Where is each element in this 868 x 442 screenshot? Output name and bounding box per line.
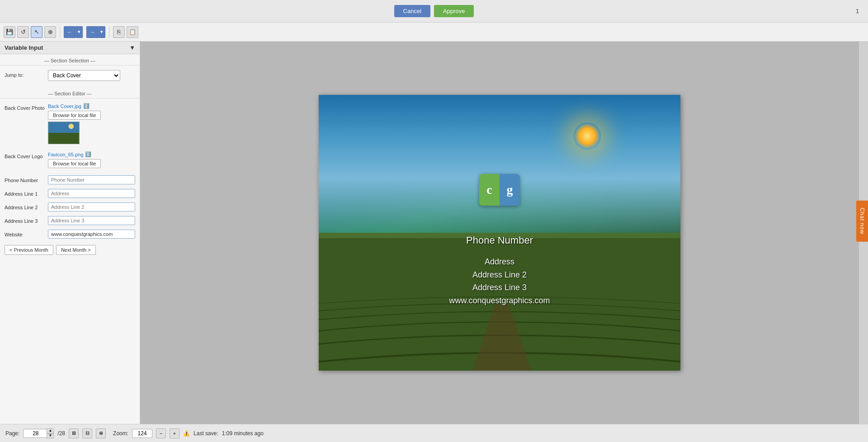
last-save-time: 1:09 minutes ago xyxy=(222,430,264,437)
page-input[interactable] xyxy=(23,429,48,438)
logo-left: c xyxy=(479,174,500,206)
back-cover-photo-browse-button[interactable]: Browse for local file xyxy=(48,111,101,120)
address1-row: Address Line 1 xyxy=(0,187,140,200)
website-content xyxy=(48,230,135,239)
svg-rect-1 xyxy=(48,122,79,133)
fit-page-button[interactable]: ⊞ xyxy=(69,428,79,438)
jump-to-content: Back Cover Front Cover Inside xyxy=(48,70,135,81)
preview-address-line2: Address Line 2 xyxy=(319,268,680,282)
back-cover-logo-label: Back Cover Logo xyxy=(5,151,45,159)
back-cover-logo-row: Back Cover Logo Favicon_65.png ℹ️ Browse… xyxy=(0,150,140,170)
page-input-group: ▲ ▼ xyxy=(23,428,54,438)
sun xyxy=(574,122,601,150)
address1-input[interactable] xyxy=(48,189,135,198)
website-input[interactable] xyxy=(48,230,135,239)
back-cover-logo-info-icon[interactable]: ℹ️ xyxy=(85,151,91,157)
undo-group: ← ▾ xyxy=(64,26,83,38)
left-panel: Variable Input ▼ — Section Selection — J… xyxy=(0,42,140,424)
next-month-button[interactable]: Next Month > xyxy=(56,245,96,255)
total-pages: /28 xyxy=(57,430,65,437)
separator-1 xyxy=(60,27,60,38)
top-bar: Cancel Approve 1 xyxy=(0,0,868,23)
page-spin-down[interactable]: ▼ xyxy=(47,433,54,438)
separator-2 xyxy=(109,27,109,38)
back-cover-logo-content: Favicon_65.png ℹ️ Browse for local file xyxy=(48,151,135,168)
logo-box: c g xyxy=(479,174,520,206)
back-cover-photo-filename[interactable]: Back Cover.jpg xyxy=(48,103,81,109)
approve-button[interactable]: Approve xyxy=(434,5,474,17)
undo-button[interactable]: ← xyxy=(64,26,75,38)
page-number: 1 xyxy=(856,8,859,14)
zoom-in-button[interactable]: + xyxy=(170,428,179,438)
phone-content xyxy=(48,175,135,184)
logo-right: g xyxy=(500,174,520,206)
back-cover-logo-filename[interactable]: Favicon_65.png xyxy=(48,152,83,157)
preview-address: Address Address Line 2 Address Line 3 ww… xyxy=(319,255,680,307)
toolbar: 💾 ↺ ↖ ⊕ ← ▾ → ▾ ⎘ 📋 xyxy=(0,23,868,42)
back-cover-photo-content: Back Cover.jpg ℹ️ Browse for local file xyxy=(48,103,135,144)
section-editor-title: — Section Editor — xyxy=(0,87,140,99)
logo-left-letter: c xyxy=(486,183,492,197)
section-selection-title: — Section Selection — xyxy=(0,54,140,66)
zoom-label: Zoom: xyxy=(113,430,128,437)
paste-button[interactable]: 📋 xyxy=(127,26,138,38)
warning-icon: ⚠️ xyxy=(183,430,190,437)
website-label: Website xyxy=(5,230,45,237)
save-button[interactable]: 💾 xyxy=(4,26,15,38)
panel-header: Variable Input ▼ xyxy=(0,42,140,54)
page-label: Page: xyxy=(5,430,19,437)
panel-collapse-icon[interactable]: ▼ xyxy=(129,44,135,51)
back-cover-photo-row: Back Cover Photo Back Cover.jpg ℹ️ Brows… xyxy=(0,101,140,146)
phone-input[interactable] xyxy=(48,175,135,184)
phone-label: Phone Number xyxy=(5,175,45,183)
cursor-button[interactable]: ↖ xyxy=(31,26,42,38)
address3-row: Address Line 3 xyxy=(0,214,140,227)
address3-content xyxy=(48,216,135,225)
undo-dropdown-button[interactable]: ▾ xyxy=(75,26,83,38)
fit-width-button[interactable]: ⊟ xyxy=(82,428,92,438)
back-cover-logo-browse-button[interactable]: Browse for local file xyxy=(48,159,101,168)
preview-address-line1: Address xyxy=(319,255,680,268)
jump-to-select[interactable]: Back Cover Front Cover Inside xyxy=(48,70,120,81)
redo-button[interactable]: → xyxy=(86,26,98,38)
last-save-label: Last save: xyxy=(193,430,218,437)
address2-row: Address Line 2 xyxy=(0,201,140,213)
actual-size-button[interactable]: ⊕ xyxy=(96,428,106,438)
address1-label: Address Line 1 xyxy=(5,189,45,197)
preview-text: Phone Number Address Address Line 2 Addr… xyxy=(319,235,680,307)
page-spin-up[interactable]: ▲ xyxy=(47,428,54,433)
address3-label: Address Line 3 xyxy=(5,216,45,224)
jump-to-row: Jump to: Back Cover Front Cover Inside xyxy=(0,68,140,83)
address2-content xyxy=(48,202,135,212)
zoom-out-button[interactable]: − xyxy=(156,428,166,438)
back-cover-photo-thumbnail xyxy=(48,122,80,144)
chat-now-button[interactable]: Chat now xyxy=(856,201,868,242)
sky-layer xyxy=(319,95,680,247)
back-cover-photo-file-info: Back Cover.jpg ℹ️ xyxy=(48,103,135,109)
redo-group: → ▾ xyxy=(86,26,105,38)
website-row: Website xyxy=(0,228,140,240)
address1-content xyxy=(48,189,135,198)
status-bar: Page: ▲ ▼ /28 ⊞ ⊟ ⊕ Zoom: − + ⚠️ Last sa… xyxy=(0,424,868,442)
nav-buttons: < Previous Month Next Month > xyxy=(0,241,140,260)
cancel-button[interactable]: Cancel xyxy=(394,5,430,17)
address3-input[interactable] xyxy=(48,216,135,225)
panel-title: Variable Input xyxy=(5,44,43,51)
phone-row: Phone Number xyxy=(0,174,140,186)
address2-input[interactable] xyxy=(48,202,135,212)
zoom-input[interactable] xyxy=(132,429,152,438)
preview-phone: Phone Number xyxy=(319,235,680,246)
zoom-in-button[interactable]: ⊕ xyxy=(44,26,56,38)
canvas-area: c g Phone Number Address Address Line 2 … xyxy=(140,42,859,424)
page-spin-buttons: ▲ ▼ xyxy=(47,428,54,438)
svg-rect-3 xyxy=(48,133,79,144)
copy-button[interactable]: ⎘ xyxy=(113,26,125,38)
back-cover-photo-label: Back Cover Photo xyxy=(5,103,45,111)
prev-month-button[interactable]: < Previous Month xyxy=(5,245,53,255)
header-buttons: Cancel Approve xyxy=(394,5,474,17)
jump-to-label: Jump to: xyxy=(5,70,45,78)
refresh-button[interactable]: ↺ xyxy=(17,26,29,38)
address2-label: Address Line 2 xyxy=(5,202,45,210)
back-cover-photo-info-icon[interactable]: ℹ️ xyxy=(83,103,90,109)
redo-dropdown-button[interactable]: ▾ xyxy=(98,26,105,38)
